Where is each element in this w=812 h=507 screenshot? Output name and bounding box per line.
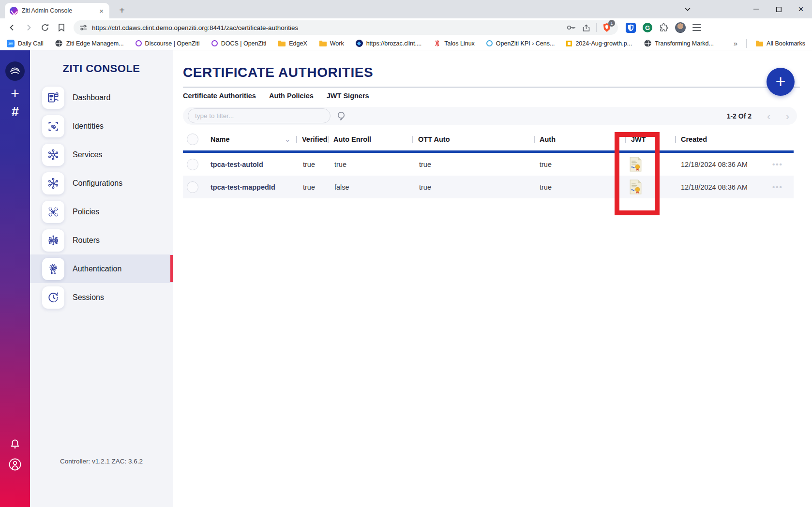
row-checkbox[interactable] <box>187 159 198 170</box>
sidebar-item-routers[interactable]: Routers <box>30 226 173 254</box>
bookmark-edgex-folder[interactable]: EdgeX <box>278 40 307 47</box>
column-header-jwt[interactable]: JWT <box>625 128 646 150</box>
profile-avatar[interactable] <box>675 22 686 33</box>
routers-device-icon <box>42 229 64 252</box>
sidebar-item-services[interactable]: Services <box>30 140 173 169</box>
brave-shield-icon[interactable]: 1 <box>602 23 611 32</box>
folder-icon <box>755 40 763 47</box>
window-minimize-button[interactable] <box>745 0 767 18</box>
row-menu-dots[interactable]: ••• <box>772 153 783 176</box>
tab-close-icon[interactable]: × <box>97 7 105 15</box>
extensions-puzzle-icon[interactable] <box>659 23 668 32</box>
bookmarks-overflow-chevrons[interactable]: » <box>734 39 737 47</box>
sidebar-item-label: Routers <box>73 236 100 245</box>
select-all-checkbox[interactable] <box>187 134 198 145</box>
sidebar-item-policies[interactable]: Policies <box>30 197 173 226</box>
column-header-auth[interactable]: Auth <box>534 128 556 150</box>
profile-person-icon[interactable] <box>0 458 30 471</box>
column-header-name[interactable]: Name <box>211 128 230 150</box>
browser-tab[interactable]: Ziti Admin Console × <box>5 3 109 18</box>
created-value: 12/18/2024 08:36 AM <box>681 176 748 198</box>
jwt-certificate-icon[interactable] <box>629 153 642 176</box>
bookmark-transforming-markd[interactable]: Transforming Markd... <box>644 40 714 47</box>
folder-icon <box>278 40 286 47</box>
sidebar-item-sessions[interactable]: Sessions <box>30 283 173 312</box>
bookmark-daily-call[interactable]: zm Daily Call <box>7 40 44 47</box>
share-icon[interactable] <box>582 24 590 32</box>
bookmark-ziti-edge[interactable]: Ziti Edge Managem... <box>55 40 124 47</box>
sidebar-item-label: Identities <box>73 122 104 131</box>
reload-button[interactable] <box>38 20 52 35</box>
globe-icon <box>55 40 63 47</box>
sort-chevron-icon[interactable]: ⌄ <box>285 128 291 150</box>
bookmark-brozac[interactable]: https://brozac.clint.... <box>356 40 422 47</box>
bookmarks-divider <box>746 39 747 48</box>
bookmark-discourse-openziti[interactable]: Discourse | OpenZiti <box>135 40 200 47</box>
bookmark-docs-openziti[interactable]: DOCS | OpenZiti <box>211 40 267 47</box>
row-checkbox[interactable] <box>187 181 198 193</box>
pagination: 1-2 Of 2 ‹ › <box>727 111 789 121</box>
sidebar-nav: Dashboard Identities Services Configurat… <box>30 83 173 312</box>
verified-value: true <box>303 153 315 176</box>
new-tab-button[interactable]: + <box>115 4 129 17</box>
title-divider <box>183 87 800 88</box>
sidebar-item-label: Sessions <box>73 293 104 302</box>
notifications-bell-icon[interactable] <box>0 438 30 450</box>
rail-add-button[interactable]: + <box>0 85 30 102</box>
tab-certificate-authorities[interactable]: Certificate Authorities <box>183 92 256 100</box>
verified-value: true <box>303 176 315 198</box>
talos-icon <box>433 40 441 47</box>
column-separator <box>296 136 297 143</box>
window-maximize-button[interactable] <box>767 0 790 18</box>
sidebar-item-label: Dashboard <box>73 93 110 102</box>
ziti-logo-icon[interactable] <box>5 61 25 81</box>
bookmark-2024-aug-growth[interactable]: 2024-Aug-growth.p... <box>566 40 632 47</box>
url-bar[interactable]: https://ctrl.cdaws.clint.demo.openziti.o… <box>74 20 618 35</box>
blue-ring-icon <box>486 40 493 46</box>
sidebar-item-dashboard[interactable]: Dashboard <box>30 83 173 112</box>
row-menu-dots[interactable]: ••• <box>772 176 783 198</box>
page-next-chevron-icon[interactable]: › <box>786 111 789 121</box>
filter-input[interactable] <box>188 108 331 123</box>
rail-hash-button[interactable]: # <box>0 104 30 119</box>
brand-title: ZITI CONSOLE <box>30 62 173 75</box>
bookmark-talos-linux[interactable]: Talos Linux <box>433 40 475 47</box>
auto-enroll-value: true <box>334 153 346 176</box>
table-row[interactable]: tpca-test-autoId true true true true 12/… <box>183 153 794 176</box>
tab-title: Ziti Admin Console <box>22 7 93 14</box>
bitwarden-icon[interactable] <box>626 23 636 33</box>
page-prev-chevron-icon[interactable]: ‹ <box>767 111 770 121</box>
sessions-clock-icon <box>42 286 64 309</box>
back-button[interactable] <box>5 20 19 35</box>
tab-search-chevron-icon[interactable] <box>677 0 699 18</box>
sidebar-item-identities[interactable]: Identities <box>30 112 173 140</box>
bookmark-work-folder[interactable]: Work <box>319 40 344 47</box>
url-text[interactable]: https://ctrl.cdaws.clint.demo.openziti.o… <box>92 24 562 31</box>
ca-name[interactable]: tpca-test-autoId <box>211 153 263 176</box>
grammarly-icon[interactable]: G <box>643 23 652 32</box>
table-row[interactable]: tpca-test-mappedId true false true true … <box>183 176 794 198</box>
window-close-button[interactable]: × <box>790 0 812 18</box>
column-header-created[interactable]: Created <box>675 128 707 150</box>
search-icon[interactable] <box>336 111 347 121</box>
ott-auto-value: true <box>419 176 431 198</box>
menu-hamburger-icon[interactable] <box>692 24 701 31</box>
bookmark-icon[interactable] <box>54 20 69 35</box>
bookmark-openziti-kpi[interactable]: OpenZiti KPI › Cens... <box>486 40 555 47</box>
column-header-verified[interactable]: Verified <box>296 128 327 150</box>
sidebar-item-authentication[interactable]: Authentication <box>30 254 173 283</box>
password-key-icon[interactable] <box>567 24 576 31</box>
add-certificate-authority-button[interactable]: + <box>767 68 795 96</box>
version-footer: Controller: v1.2.1 ZAC: 3.6.2 <box>30 458 173 465</box>
tab-auth-policies[interactable]: Auth Policies <box>269 92 314 100</box>
forward-button[interactable] <box>21 20 36 35</box>
tune-icon[interactable] <box>79 24 87 31</box>
ca-name[interactable]: tpca-test-mappedId <box>211 176 275 198</box>
all-bookmarks-button[interactable]: All Bookmarks <box>755 40 805 47</box>
tab-jwt-signers[interactable]: JWT Signers <box>327 92 369 100</box>
column-header-auto-enroll[interactable]: Auto Enroll <box>328 128 371 150</box>
ziti-favicon-icon <box>10 7 18 15</box>
column-header-ott-auto[interactable]: OTT Auto <box>412 128 450 150</box>
jwt-certificate-icon[interactable] <box>629 176 642 198</box>
sidebar-item-configurations[interactable]: Configurations <box>30 169 173 197</box>
